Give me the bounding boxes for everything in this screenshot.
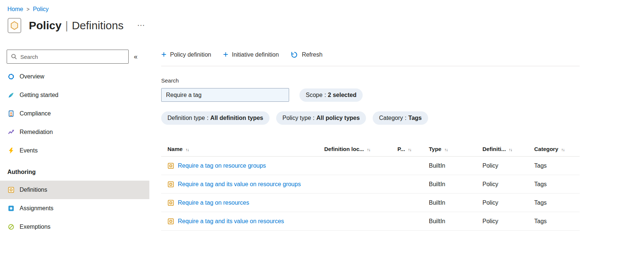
definition-link[interactable]: Require a tag and its value on resource … bbox=[178, 181, 314, 188]
column-label: Definition loc... bbox=[324, 146, 364, 152]
exemptions-icon bbox=[7, 224, 15, 230]
sort-icon: ↑↓ bbox=[408, 147, 411, 152]
sidebar-item-label: Events bbox=[20, 147, 38, 154]
column-header-name[interactable]: Name ↑↓ bbox=[167, 146, 324, 152]
cell-name: Require a tag and its value on resources bbox=[167, 218, 324, 225]
cell-category: Tags bbox=[534, 181, 580, 188]
assignments-icon bbox=[7, 205, 15, 212]
filter-pill-scope[interactable]: Scope : 2 selected bbox=[299, 88, 363, 102]
sidebar-item-getting-started[interactable]: Getting started bbox=[0, 86, 149, 104]
sidebar-item-label: Overview bbox=[20, 73, 44, 80]
definition-link[interactable]: Require a tag and its value on resources bbox=[178, 218, 314, 225]
pill-label: Definition type bbox=[167, 115, 205, 121]
cell-definition-type: Policy bbox=[482, 162, 534, 169]
sidebar-item-overview[interactable]: Overview bbox=[0, 67, 149, 86]
definition-link[interactable]: Require a tag on resource groups bbox=[178, 162, 314, 169]
cell-definition-type: Policy bbox=[482, 199, 534, 206]
cell-category: Tags bbox=[534, 218, 580, 225]
toolbar-button-label: Refresh bbox=[302, 51, 322, 58]
sort-icon: ↑↓ bbox=[444, 147, 448, 152]
cell-category: Tags bbox=[534, 162, 580, 169]
column-header-definition-location[interactable]: Definition loc... ↑↓ bbox=[324, 146, 397, 152]
pill-value: 2 selected bbox=[328, 92, 356, 98]
sidebar-item-assignments[interactable]: Assignments bbox=[0, 199, 149, 218]
sidebar-collapse-button[interactable]: « bbox=[134, 53, 138, 61]
content: « Overview Getting started Compliance bbox=[0, 50, 644, 236]
sort-icon: ↑↓ bbox=[561, 147, 565, 152]
toolbar-button-label: Initiative definition bbox=[232, 51, 279, 58]
cell-definition-type: Policy bbox=[482, 181, 534, 188]
filter-pill-category[interactable]: Category : Tags bbox=[373, 111, 428, 125]
refresh-button[interactable]: Refresh bbox=[291, 51, 322, 58]
sidebar-item-label: Exemptions bbox=[20, 224, 51, 230]
breadcrumb-policy-link[interactable]: Policy bbox=[33, 6, 49, 13]
cell-name: Require a tag on resource groups bbox=[167, 162, 324, 169]
sidebar-item-label: Remediation bbox=[20, 129, 53, 135]
table-row: Require a tag and its value on resource … bbox=[161, 175, 580, 194]
plus-icon: + bbox=[161, 50, 166, 59]
column-header-policies[interactable]: P... ↑↓ bbox=[397, 146, 429, 152]
definition-link[interactable]: Require a tag on resources bbox=[178, 199, 314, 206]
remediation-icon bbox=[7, 129, 15, 135]
table-row: Require a tag on resource groups BuiltIn… bbox=[161, 157, 580, 175]
column-header-type[interactable]: Type ↑↓ bbox=[429, 146, 482, 152]
policy-definition-icon bbox=[167, 199, 174, 206]
filter-pill-policy-type[interactable]: Policy type : All policy types bbox=[276, 111, 366, 125]
breadcrumb-home-link[interactable]: Home bbox=[7, 6, 23, 13]
sidebar-item-label: Compliance bbox=[20, 110, 51, 117]
pill-value: Tags bbox=[409, 115, 422, 121]
sidebar-item-definitions[interactable]: Definitions bbox=[0, 181, 149, 199]
breadcrumb-separator: > bbox=[27, 6, 30, 12]
definition-search-box[interactable] bbox=[161, 88, 289, 102]
page-title: Policy|Definitions bbox=[29, 19, 123, 32]
sidebar-search-box[interactable] bbox=[7, 50, 129, 64]
sidebar-search-row: « bbox=[0, 50, 149, 64]
sort-icon: ↑↓ bbox=[367, 147, 370, 152]
initiative-definition-button[interactable]: + Initiative definition bbox=[223, 50, 279, 59]
table-row: Require a tag and its value on resources… bbox=[161, 212, 580, 231]
filter-row-1: Scope : 2 selected bbox=[161, 88, 580, 102]
main-panel: + Policy definition + Initiative definit… bbox=[161, 50, 580, 231]
cell-type: BuiltIn bbox=[429, 162, 482, 169]
sidebar-search-input[interactable] bbox=[20, 54, 125, 60]
command-bar: + Policy definition + Initiative definit… bbox=[161, 50, 580, 66]
policy-icon bbox=[7, 18, 21, 33]
page-title-separator: | bbox=[65, 19, 68, 31]
cell-name: Require a tag on resources bbox=[167, 199, 324, 206]
sidebar-item-compliance[interactable]: Compliance bbox=[0, 104, 149, 123]
page-title-secondary: Definitions bbox=[72, 19, 123, 31]
column-header-definition-type[interactable]: Definiti... ↑↓ bbox=[482, 146, 534, 152]
more-menu-button[interactable]: … bbox=[137, 19, 146, 27]
policy-definition-button[interactable]: + Policy definition bbox=[161, 50, 211, 59]
cell-type: BuiltIn bbox=[429, 218, 482, 225]
cell-name: Require a tag and its value on resource … bbox=[167, 181, 324, 188]
pill-colon: : bbox=[313, 115, 314, 121]
column-label: Category bbox=[534, 146, 558, 152]
policy-definition-icon bbox=[167, 181, 174, 188]
sidebar-item-events[interactable]: Events bbox=[0, 141, 149, 160]
page-title-primary: Policy bbox=[29, 19, 61, 31]
sidebar-nav: Overview Getting started Compliance Reme… bbox=[0, 67, 149, 236]
column-header-category[interactable]: Category ↑↓ bbox=[534, 146, 580, 152]
table-header-row: Name ↑↓ Definition loc... ↑↓ P... ↑↓ Typ… bbox=[161, 142, 580, 157]
search-icon bbox=[10, 53, 18, 60]
sort-icon: ↑↓ bbox=[186, 147, 189, 152]
policy-definition-icon bbox=[167, 162, 174, 169]
column-label: Definiti... bbox=[482, 146, 506, 152]
filter-pill-definition-type[interactable]: Definition type : All definition types bbox=[161, 111, 270, 125]
page-header: Policy|Definitions … bbox=[7, 18, 644, 33]
cell-category: Tags bbox=[534, 199, 580, 206]
breadcrumb: Home > Policy bbox=[0, 0, 644, 13]
cell-type: BuiltIn bbox=[429, 199, 482, 206]
search-label: Search bbox=[161, 77, 580, 84]
pill-value: All policy types bbox=[316, 115, 360, 121]
sidebar-item-exemptions[interactable]: Exemptions bbox=[0, 218, 149, 236]
pill-value: All definition types bbox=[210, 115, 263, 121]
sidebar-item-label: Assignments bbox=[20, 205, 54, 212]
sidebar-item-label: Definitions bbox=[20, 187, 47, 193]
sidebar-item-remediation[interactable]: Remediation bbox=[0, 123, 149, 141]
definition-search-input[interactable] bbox=[166, 92, 284, 98]
cell-definition-type: Policy bbox=[482, 218, 534, 225]
overview-icon bbox=[7, 73, 15, 80]
definitions-table: Name ↑↓ Definition loc... ↑↓ P... ↑↓ Typ… bbox=[161, 142, 580, 231]
